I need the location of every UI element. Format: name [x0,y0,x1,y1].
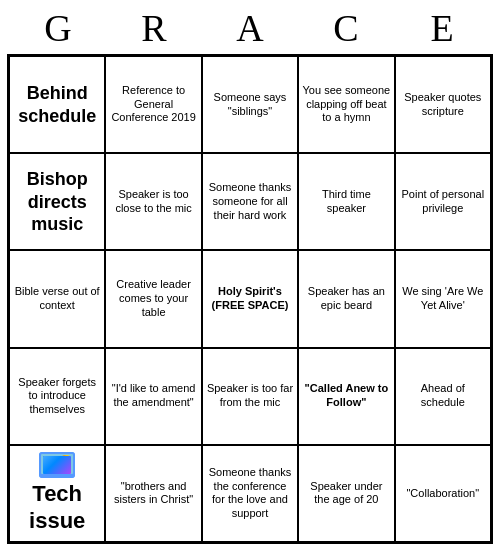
svg-rect-2 [43,456,55,464]
cell-8[interactable]: Third time speaker [298,153,394,250]
cell-13[interactable]: Speaker has an epic beard [298,250,394,347]
cell-10[interactable]: Bible verse out of context [9,250,105,347]
cell-14[interactable]: We sing 'Are We Yet Alive' [395,250,491,347]
cell-9[interactable]: Point of personal privilege [395,153,491,250]
cell-0[interactable]: Behind schedule [9,56,105,153]
cell-12[interactable]: Holy Spirit's (FREE SPACE) [202,250,298,347]
cell-16[interactable]: "I'd like to amend the amendment" [105,348,201,445]
cell-15[interactable]: Speaker forgets to introduce themselves [9,348,105,445]
svg-point-5 [64,455,70,461]
cell-5[interactable]: Bishop directs music [9,153,105,250]
cell-7[interactable]: Someone thanks someone for all their har… [202,153,298,250]
letter-e: E [397,6,487,50]
svg-rect-3 [43,466,71,468]
bingo-grid: Behind scheduleReference to General Conf… [7,54,493,544]
svg-rect-0 [39,452,75,478]
cell-4[interactable]: Speaker quotes scripture [395,56,491,153]
cell-17[interactable]: Speaker is too far from the mic [202,348,298,445]
cell-11[interactable]: Creative leader comes to your table [105,250,201,347]
cell-18[interactable]: "Called Anew to Follow" [298,348,394,445]
cell-1[interactable]: Reference to General Conference 2019 [105,56,201,153]
title-row: G R A C E [10,0,490,54]
cell-22[interactable]: Someone thanks the conference for the lo… [202,445,298,542]
cell-3[interactable]: You see someone clapping off beat to a h… [298,56,394,153]
svg-rect-1 [41,454,73,474]
cell-20[interactable]: Tech issue [9,445,105,542]
svg-point-4 [60,455,70,465]
letter-g: G [13,6,103,50]
cell-23[interactable]: Speaker under the age of 20 [298,445,394,542]
cell-19[interactable]: Ahead of schedule [395,348,491,445]
letter-a: A [205,6,295,50]
cell-21[interactable]: "brothers and sisters in Christ" [105,445,201,542]
cell-2[interactable]: Someone says "siblings" [202,56,298,153]
cell-24[interactable]: "Collaboration" [395,445,491,542]
letter-c: C [301,6,391,50]
cell-6[interactable]: Speaker is too close to the mic [105,153,201,250]
letter-r: R [109,6,199,50]
